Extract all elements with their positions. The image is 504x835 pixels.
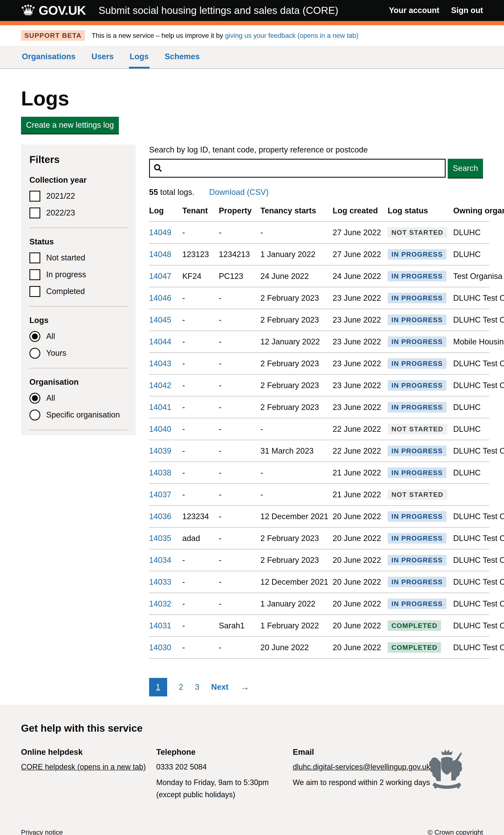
email-link[interactable]: dluhc.digital-services@levellingup.gov.u… [293,763,430,772]
checkbox-2021-22[interactable] [29,191,40,202]
log-id-link[interactable]: 14046 [149,293,172,302]
privacy-notice-link[interactable]: Privacy notice [21,829,63,835]
radio-specific-organisation[interactable] [29,409,40,421]
pagination-page-3[interactable]: 3 [195,683,199,692]
table-row: 14049 - - - 27 June 2022 NOT STARTED DLU… [149,222,489,243]
checkbox-completed-label[interactable]: Completed [46,287,85,296]
pagination-page-2[interactable]: 2 [179,683,183,692]
radio-specific-organisation-label[interactable]: Specific organisation [46,410,120,420]
telephone-number: 0333 202 5084 [156,763,293,772]
govuk-logo[interactable]: GOV.UK [21,3,86,18]
log-id-link[interactable]: 14036 [149,512,172,521]
create-lettings-log-button[interactable]: Create a new lettings log [21,117,119,134]
checkbox-not-started[interactable] [29,252,40,263]
log-id-link[interactable]: 14037 [149,490,172,499]
core-helpdesk-link[interactable]: CORE helpdesk (opens in a new tab) [21,763,146,772]
log-id-link[interactable]: 14047 [149,271,172,280]
tenant-cell: - [182,593,219,615]
footer-telephone-column: Telephone 0333 202 5084 Monday to Friday… [156,748,293,803]
checkbox-in-progress[interactable] [29,269,40,280]
nav-item-schemes[interactable]: Schemes [164,46,201,68]
log-created-cell: 23 June 2022 [332,353,388,374]
tenant-cell: - [182,440,219,462]
log-id-link[interactable]: 14049 [149,228,172,237]
nav-item-logs[interactable]: Logs [129,46,149,68]
filters-divider [29,368,127,368]
service-name[interactable]: Submit social housing lettings and sales… [99,5,338,16]
status-badge: COMPLETED [388,620,441,631]
log-id-link[interactable]: 14033 [149,577,172,586]
tenancy-starts-cell: 2 February 2023 [260,287,332,309]
log-id-link[interactable]: 14035 [149,534,172,543]
arrow-right-icon: → [240,682,249,693]
tenancy-starts-cell: 1 January 2022 [260,593,332,615]
tenant-cell: - [182,549,219,571]
owning-organisation-cell: DLUHC [453,462,489,484]
log-id-link[interactable]: 14044 [149,337,172,346]
your-account-link[interactable]: Your account [389,6,439,15]
table-row: 14046 - - 2 February 2023 23 June 2022 I… [149,287,489,309]
tenant-cell: KF24 [182,265,219,287]
sign-out-link[interactable]: Sign out [451,6,483,15]
log-status-cell: COMPLETED [388,636,453,658]
search-input[interactable] [149,159,446,178]
checkbox-2021-22-label[interactable]: 2021/22 [46,191,75,201]
status-badge: NOT STARTED [388,489,447,500]
log-created-cell: 23 June 2022 [332,396,388,418]
nav-item-organisations[interactable]: Organisations [21,46,77,68]
search-button[interactable]: Search [448,159,483,178]
download-csv-link[interactable]: Download (CSV) [209,188,268,197]
total-logs-count: 55 [149,188,158,197]
property-cell: - [219,374,260,396]
radio-organisation-all-label[interactable]: All [46,393,55,403]
log-id-link[interactable]: 14030 [149,643,172,652]
log-id-link[interactable]: 14038 [149,468,172,477]
email-heading: Email [293,748,430,757]
log-id-link[interactable]: 14040 [149,424,172,433]
log-created-cell: 23 June 2022 [332,309,388,331]
log-id-link[interactable]: 14032 [149,599,172,608]
checkbox-2022-23-label[interactable]: 2022/23 [46,208,75,218]
radio-logs-all-label[interactable]: All [46,332,55,341]
feedback-link[interactable]: giving us your feedback (opens in a new … [225,32,358,39]
checkbox-completed[interactable] [29,286,40,297]
pagination-page-1[interactable]: 1 [149,678,167,696]
log-id-link[interactable]: 14039 [149,446,172,455]
table-row: 14048 123123 1234213 1 January 2022 27 J… [149,243,489,265]
property-cell: - [219,309,260,331]
radio-organisation-all[interactable] [29,393,40,404]
log-status-cell: COMPLETED [388,615,453,636]
pagination: 1 2 3 Next → [149,678,483,696]
pagination-next-link[interactable]: Next [211,683,228,692]
log-id-link[interactable]: 14031 [149,621,172,630]
log-id-link[interactable]: 14045 [149,315,172,324]
radio-logs-yours-label[interactable]: Yours [46,349,66,358]
radio-logs-all[interactable] [29,331,40,342]
crown-icon [21,4,35,17]
checkbox-2022-23[interactable] [29,207,40,219]
log-id-link[interactable]: 14042 [149,381,172,390]
log-id-link[interactable]: 14034 [149,555,172,564]
log-id-link[interactable]: 14041 [149,403,172,411]
owning-organisation-cell: DLUHC [453,396,489,418]
owning-organisation-cell: DLUHC Test Org [453,440,489,462]
radio-logs-yours[interactable] [29,348,40,359]
log-id-link[interactable]: 14043 [149,359,172,368]
crown-copyright-link[interactable]: © Crown copyright [427,829,483,835]
log-status-cell: NOT STARTED [388,484,453,506]
tenant-cell: - [182,331,219,353]
property-cell: Sarah1 [219,615,260,636]
nav-item-users[interactable]: Users [91,46,115,68]
log-id-cell: 14033 [149,571,182,593]
filters-divider [29,430,127,430]
checkbox-not-started-label[interactable]: Not started [46,253,85,263]
log-status-cell: IN PROGRESS [388,265,453,287]
property-cell: - [219,331,260,353]
organisation-heading: Organisation [29,378,127,387]
log-id-link[interactable]: 14048 [149,250,172,259]
table-row: 14042 - - 2 February 2023 23 June 2022 I… [149,374,489,396]
tenancy-starts-cell: 24 June 2022 [260,265,332,287]
log-id-cell: 14047 [149,265,182,287]
checkbox-in-progress-label[interactable]: In progress [46,270,86,279]
telephone-hours-note: (except public holidays) [156,791,293,799]
